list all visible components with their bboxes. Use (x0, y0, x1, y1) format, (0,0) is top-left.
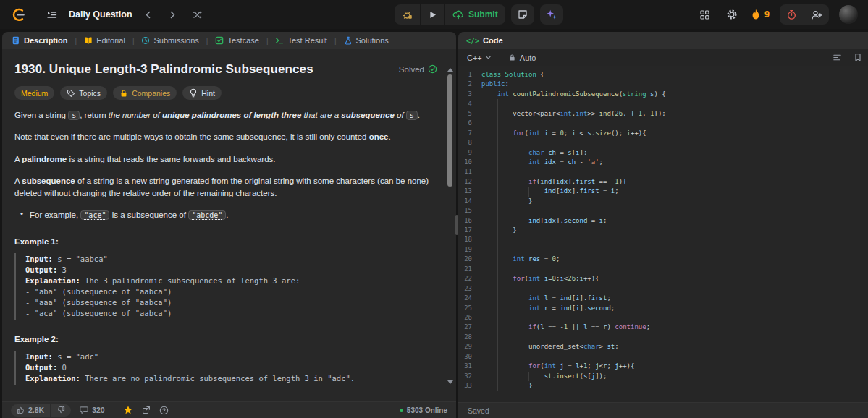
scrollbar-thumb[interactable] (447, 74, 452, 187)
editor-footer: Saved (458, 402, 868, 418)
share-button[interactable] (142, 406, 151, 414)
panel-resize-handle[interactable] (455, 215, 458, 235)
help-button[interactable] (159, 406, 169, 415)
problem-list-icon[interactable] (43, 6, 60, 23)
code-line[interactable]: 29 unordered_set<char> st; (458, 342, 868, 351)
code-line[interactable]: 7 for(int i = 0; i < s.size(); i++){ (458, 129, 868, 138)
code-line[interactable]: 2public: (458, 80, 868, 89)
code-line[interactable]: 13 ind[idx].first = i; (458, 187, 868, 196)
tab-editorial[interactable]: Editorial (82, 36, 127, 45)
example-label: Example 2: (14, 335, 437, 344)
tab-test-result[interactable]: Test Result (273, 36, 329, 45)
line-number: 23 (458, 284, 481, 294)
code-line[interactable]: 28 (458, 333, 868, 342)
line-number: 33 (458, 381, 481, 391)
code-line[interactable]: 31 for(int j = l+1; j<r; j++){ (458, 362, 868, 371)
code-editor[interactable]: 1class Solution {2public:3 int countPali… (458, 66, 868, 402)
language-selector[interactable]: C++ (467, 54, 492, 62)
code-line[interactable]: 14 } (458, 197, 868, 206)
settings-gear-icon[interactable] (723, 6, 741, 23)
tab-solutions[interactable]: Solutions (342, 36, 391, 45)
code-line[interactable]: 8 (458, 138, 868, 148)
scroll-down-arrow[interactable] (447, 380, 453, 384)
dislike-button[interactable] (51, 404, 71, 417)
code-line[interactable]: 22 for(int i=0;i<26;i++){ (458, 274, 868, 283)
description-paragraph: Note that even if there are multiple way… (14, 131, 437, 143)
code-line[interactable]: 18 (458, 235, 868, 244)
notes-button[interactable] (511, 4, 534, 25)
leetcode-logo[interactable] (10, 6, 28, 23)
daily-streak[interactable]: 9 (751, 9, 770, 20)
code-line[interactable]: 17 } (458, 226, 868, 235)
line-number: 11 (458, 167, 481, 176)
hint-badge[interactable]: Hint (182, 86, 222, 100)
code-line[interactable]: 16 ind[idx].second = i; (458, 216, 868, 226)
like-button[interactable]: 2.8K (11, 404, 51, 417)
code-line[interactable]: 25 int r = ind[i].second; (458, 304, 868, 313)
lock-icon (508, 54, 516, 61)
line-number: 29 (458, 342, 481, 351)
next-question-button[interactable] (164, 6, 182, 23)
example-block: Input: s = "aabca"Output: 3Explanation: … (14, 253, 437, 320)
code-line[interactable]: 4 (458, 99, 868, 108)
code-line[interactable]: 27 if(l == -1 || l == r) continue; (458, 323, 868, 332)
topics-badge[interactable]: Topics (60, 86, 107, 100)
code-line[interactable]: 30 (458, 352, 868, 362)
tab-testcase[interactable]: Testcase (213, 36, 261, 45)
ai-sparkles-button[interactable] (540, 4, 563, 25)
code-line[interactable]: 32 st.insert(s[j]); (458, 372, 868, 381)
code-line[interactable]: 19 (458, 245, 868, 255)
difficulty-badge[interactable]: Medium (14, 86, 54, 100)
code-panel-header[interactable]: </> Code (458, 32, 868, 49)
run-button[interactable] (421, 4, 445, 25)
scroll-up-arrow[interactable] (447, 68, 453, 72)
code-line[interactable]: 33 } (458, 381, 868, 391)
comment-icon (80, 406, 88, 414)
code-line[interactable]: 5 vector<pair<int,int>> ind(26, {-1,-1})… (458, 109, 868, 119)
format-code-icon[interactable] (828, 49, 846, 67)
avatar[interactable] (839, 5, 858, 24)
lock-icon (119, 89, 128, 98)
line-number: 1 (458, 70, 481, 80)
code-line[interactable]: 6 (458, 119, 868, 128)
code-line[interactable]: 10 int idx = ch - 'a'; (458, 158, 868, 167)
favorite-button[interactable] (123, 405, 133, 415)
code-line[interactable]: 11 (458, 167, 868, 176)
bookmark-icon[interactable] (849, 49, 867, 67)
line-number: 12 (458, 177, 481, 187)
auto-toggle[interactable]: Auto (508, 54, 536, 62)
shuffle-icon[interactable] (189, 6, 206, 23)
code-line[interactable]: 1class Solution { (458, 70, 868, 80)
code-line[interactable]: 3 int countPalindromicSubsequence(string… (458, 90, 868, 99)
tab-label: Solutions (356, 36, 389, 45)
line-number: 9 (458, 148, 481, 158)
comments-button[interactable]: 320 (80, 406, 105, 414)
companies-badge[interactable]: Companies (113, 86, 177, 100)
submit-button[interactable]: Submit (445, 4, 505, 25)
code-line[interactable]: 15 (458, 206, 868, 216)
debug-button[interactable] (395, 4, 421, 25)
bullet-dot: • (20, 209, 23, 221)
code-line[interactable]: 9 char ch = s[i]; (458, 148, 868, 158)
layout-grid-icon[interactable] (696, 6, 713, 23)
description-scrollbar[interactable] (447, 68, 454, 384)
invite-user-button[interactable] (804, 4, 829, 25)
prev-question-button[interactable] (140, 6, 157, 23)
code-line[interactable]: 21 (458, 265, 868, 274)
line-number: 31 (458, 362, 481, 371)
tab-submissions[interactable]: Submissions (139, 36, 201, 45)
solved-check-icon (428, 64, 437, 74)
code-line[interactable]: 24 int l = ind[i].first; (458, 294, 868, 303)
line-number: 7 (458, 129, 481, 138)
line-number: 14 (458, 197, 481, 206)
code-line[interactable]: 23 (458, 284, 868, 294)
code-line[interactable]: 26 (458, 313, 868, 323)
code-line[interactable]: 20 int res = 0; (458, 255, 868, 264)
line-number: 10 (458, 158, 481, 167)
code-line[interactable]: 12 if(ind[idx].first == -1){ (458, 177, 868, 187)
nav-label[interactable]: Daily Question (69, 9, 132, 20)
tab-description[interactable]: Description (9, 36, 70, 45)
history-icon (141, 36, 150, 45)
like-count: 2.8K (28, 406, 44, 414)
timer-button[interactable] (780, 4, 804, 25)
